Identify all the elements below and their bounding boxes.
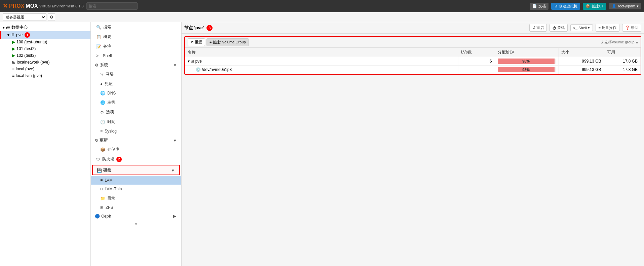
chevron-down-icon: ▾	[637, 4, 639, 8]
restart-icon: ↺	[532, 26, 535, 30]
datacenter-icon: 🗃	[6, 25, 10, 30]
nav-network[interactable]: ⇆ 网络	[91, 69, 181, 79]
lvm-thin-icon: □	[100, 187, 103, 191]
disk-child-icon: 💿	[196, 67, 201, 72]
sidebar-item-datacenter[interactable]: ▾ 🗃 数据中心	[0, 24, 90, 31]
nav-zfs[interactable]: ⊞ ZFS	[91, 203, 181, 212]
table-row[interactable]: 💿 /dev/nvme0n1p3 98% 999.13 GB 17.8 GB	[185, 66, 641, 74]
lvm-menu-icon[interactable]: ≡	[636, 40, 638, 44]
nav-dns[interactable]: 🌐 DNS	[91, 89, 181, 98]
nav-shell[interactable]: >_ Shell	[91, 51, 181, 60]
row-name: pve	[195, 59, 202, 64]
topbar: ✕ PROXMOX Virtual Environment 8.1.3 📄 文档…	[0, 0, 644, 12]
options-icon: ⚙	[100, 110, 104, 115]
nav-firewall[interactable]: 🛡 防火墙 2	[91, 154, 181, 164]
cell-size: 999.13 GB	[559, 57, 604, 66]
nav-firewall-label: 防火墙	[102, 156, 114, 162]
user-menu-button[interactable]: 👤 root@pam ▾	[609, 3, 641, 9]
docs-button[interactable]: 📄 文档	[530, 3, 548, 10]
nav-certs[interactable]: ● 凭证	[91, 79, 181, 89]
syslog-icon: ≡	[100, 129, 103, 134]
expand-row-icon: ▾	[188, 59, 190, 64]
nav-certs-label: 凭证	[105, 81, 113, 87]
nav-system-section[interactable]: ⚙ 系统 ▾	[91, 60, 181, 69]
updates-expand-icon: ▾	[174, 138, 176, 143]
sidebar-item-102[interactable]: ▶ 102 (test2)	[0, 52, 90, 59]
lvm-group-icon: ⊞	[191, 59, 194, 64]
lvm-refresh-button[interactable]: ↺ 重置	[188, 38, 205, 46]
settings-icon-button[interactable]: ⚙	[48, 13, 55, 21]
pve-badge: 1	[25, 32, 30, 38]
create-ct-button[interactable]: 📦 创建CT	[583, 3, 607, 10]
nav-syslog[interactable]: ≡ Syslog	[91, 127, 181, 136]
lvm-icon: ■	[100, 178, 103, 183]
logo-text-mox: MOX	[26, 3, 38, 9]
shutdown-button[interactable]: ⏻ 关机	[550, 24, 568, 32]
sidebar-item-localnetwork[interactable]: ⊞ localnetwork (pve)	[0, 59, 90, 66]
shell-header-icon: >_	[573, 26, 578, 30]
node-title: 节点 'pve'	[184, 25, 204, 31]
sidebar-item-local[interactable]: ≡ local (pve)	[0, 66, 90, 72]
network-icon: ⊞	[12, 60, 15, 65]
cell-free: 17.8 GB	[604, 57, 640, 66]
nav-zfs-label: ZFS	[106, 205, 113, 210]
nav-host[interactable]: 🌐 主机	[91, 98, 181, 107]
refresh-icon: ↺	[191, 40, 194, 44]
search-input[interactable]	[86, 2, 138, 10]
nav-lvm[interactable]: ■ LVM	[91, 176, 181, 185]
bulk-icon: ≡	[599, 26, 601, 30]
sidebar-item-pve[interactable]: ▾ 🖥 pve 1	[0, 31, 90, 39]
network-nav-icon: ⇆	[100, 72, 104, 77]
host-icon: 🌐	[100, 100, 105, 105]
create-vm-button[interactable]: 🖥 创建虚拟机	[551, 3, 580, 10]
restart-button[interactable]: ↺ 重启	[529, 24, 547, 32]
col-header-name: 名称	[185, 48, 458, 57]
storage-icon-lvm: ≡	[12, 73, 14, 78]
lvm-panel: ↺ 重置 + 创建: Volume Group 未选择volume group …	[184, 36, 641, 75]
nav-notes[interactable]: 📝 备注	[91, 42, 181, 51]
main-panel: ↺ 重置 + 创建: Volume Group 未选择volume group …	[182, 34, 644, 266]
localnetwork-label: localnetwork (pve)	[17, 60, 49, 65]
create-vm-icon: 🖥	[554, 4, 558, 8]
nav-directory-label: 目录	[107, 195, 115, 201]
nav-summary[interactable]: 📋 概要	[91, 32, 181, 42]
nav-directory[interactable]: 📁 目录	[91, 193, 181, 203]
dns-icon: 🌐	[100, 91, 105, 96]
nav-lvm-thin[interactable]: □ LVM-Thin	[91, 185, 181, 193]
server-view-select[interactable]: 服务器视图	[3, 13, 46, 21]
nav-time[interactable]: 🕐 时间	[91, 117, 181, 127]
nav-search[interactable]: 🔍 搜索	[91, 22, 181, 32]
toolbar2: 服务器视图 ⚙	[0, 12, 644, 22]
system-icon: ⚙	[95, 63, 99, 68]
node-badge3: 3	[206, 25, 213, 31]
local-label: local (pve)	[16, 67, 34, 71]
nav-system-label: 系统	[100, 62, 108, 68]
child-name: /dev/nvme0n1p3	[202, 67, 232, 72]
col-header-lvs: LVs数	[458, 48, 495, 57]
logo-symbol: ✕	[3, 2, 8, 10]
nav-storage-repo[interactable]: 📦 存储库	[91, 145, 181, 154]
summary-icon: 📋	[96, 35, 101, 39]
nav-ceph-section[interactable]: 🔵 Ceph ▶	[91, 212, 181, 220]
logo: ✕ PROXMOX Virtual Environment 8.1.3	[3, 2, 84, 10]
sidebar-item-local-lvm[interactable]: ≡ local-lvm (pve)	[0, 72, 90, 79]
main-layout: ▾ 🗃 数据中心 ▾ 🖥 pve 1 ▶ 100 (test-ubuntu) ▶…	[0, 22, 644, 266]
nav-options[interactable]: ⚙ 选项	[91, 107, 181, 117]
lvm-table-header: 名称 LVs数 分配给LV 大小 可用	[185, 48, 641, 57]
help-button[interactable]: ❓ 帮助	[622, 24, 641, 32]
cell-free: 17.8 GB	[604, 66, 640, 74]
sidebar-item-101[interactable]: ▶ 101 (test2)	[0, 45, 90, 52]
lvm-create-vg-button[interactable]: + 创建: Volume Group	[206, 38, 249, 46]
disks-expand-icon: ▾	[172, 168, 174, 173]
shell-button[interactable]: >_ Shell ▾	[570, 24, 593, 31]
datacenter-label: 数据中心	[11, 25, 28, 30]
nav-scroll-down[interactable]: ▾	[91, 220, 181, 228]
table-row[interactable]: ▾ ⊞ pve 6 98% 999.13 GB 17.8 GB	[185, 57, 641, 66]
nav-updates-section[interactable]: ↻ 更新 ▾	[91, 136, 181, 145]
bulk-ops-button[interactable]: ≡ 批量操作	[596, 24, 619, 32]
sidebar-item-100[interactable]: ▶ 100 (test-ubuntu)	[0, 39, 90, 45]
nav-ceph-label: Ceph	[101, 214, 111, 219]
lvm-table: 名称 LVs数 分配给LV 大小 可用 ▾ ⊞ pve 6	[185, 48, 641, 74]
directory-icon: 📁	[100, 196, 105, 201]
nav-disks-section[interactable]: 💾 磁盘 ▾	[92, 165, 180, 175]
